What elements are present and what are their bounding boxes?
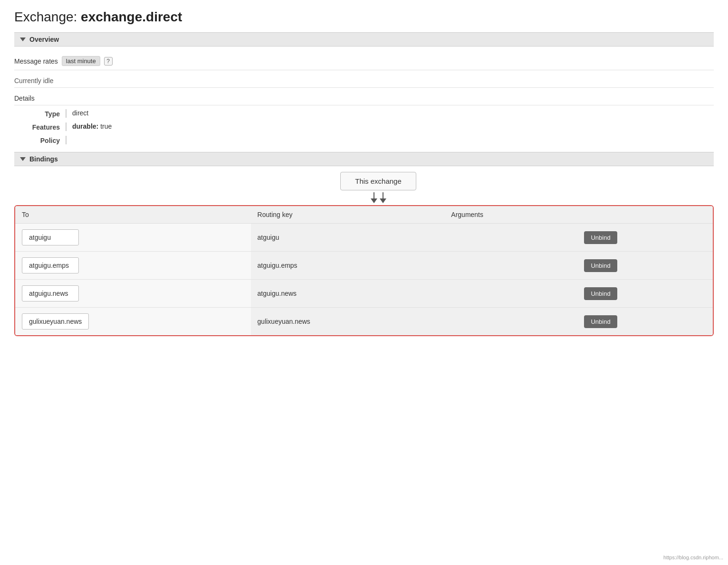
bindings-label: Bindings — [29, 155, 58, 163]
queue-box-2: atguigu.news — [22, 285, 79, 301]
queue-box-3: gulixueyuan.news — [22, 313, 89, 330]
overview-label: Overview — [29, 36, 59, 43]
features-row: Features durable: true — [24, 122, 714, 131]
cell-arguments-2 — [444, 280, 577, 308]
col-routing-key: Routing key — [251, 206, 445, 224]
message-rates-row: Message rates last minute ? — [14, 52, 714, 70]
message-rates-label: Message rates — [14, 57, 58, 65]
cell-to-2: atguigu.news — [15, 280, 251, 308]
table-row: atguigu.newsatguigu.newsUnbind — [15, 280, 713, 308]
cell-action-0: Unbind — [577, 224, 713, 252]
cell-routing-key-2: atguigu.news — [251, 280, 445, 308]
cell-routing-key-3: gulixueyuan.news — [251, 308, 445, 336]
type-row: Type direct — [24, 109, 714, 118]
bindings-table: To Routing key Arguments atguiguatguiguU… — [15, 206, 713, 335]
col-arguments: Arguments — [444, 206, 577, 224]
cell-routing-key-1: atguigu.emps — [251, 252, 445, 280]
type-value: direct — [67, 109, 88, 117]
col-to: To — [15, 206, 251, 224]
last-minute-badge[interactable]: last minute — [62, 56, 100, 66]
unbind-button-0[interactable]: Unbind — [584, 231, 617, 244]
status-idle: Currently idle — [14, 74, 714, 88]
help-icon[interactable]: ? — [104, 57, 113, 66]
table-header-row: To Routing key Arguments — [15, 206, 713, 224]
cell-to-1: atguigu.emps — [15, 252, 251, 280]
page-title: Exchange: exchange.direct — [14, 9, 714, 25]
details-label: Details — [14, 92, 714, 105]
cell-arguments-3 — [444, 308, 577, 336]
features-value: durable: true — [67, 122, 112, 130]
exchange-box: This exchange — [340, 172, 416, 190]
durable-key: durable: — [72, 122, 98, 130]
cell-action-3: Unbind — [577, 308, 713, 336]
exchange-box-container: This exchange — [43, 172, 714, 190]
features-key: Features — [24, 122, 67, 131]
col-action — [577, 206, 713, 224]
bindings-section-header: Bindings — [14, 152, 714, 166]
cell-to-0: atguigu — [15, 224, 251, 252]
bindings-area: This exchange — [14, 172, 714, 336]
table-row: atguiguatguiguUnbind — [15, 224, 713, 252]
table-row: gulixueyuan.newsgulixueyuan.newsUnbind — [15, 308, 713, 336]
cell-routing-key-0: atguigu — [251, 224, 445, 252]
bindings-table-wrap: To Routing key Arguments atguiguatguiguU… — [14, 205, 714, 336]
unbind-button-2[interactable]: Unbind — [584, 287, 617, 300]
type-key: Type — [24, 109, 67, 118]
bindings-collapse-icon[interactable] — [20, 157, 26, 161]
queue-box-1: atguigu.emps — [22, 257, 79, 273]
policy-row: Policy — [24, 136, 714, 144]
cell-arguments-1 — [444, 252, 577, 280]
details-table: Type direct Features durable: true Polic… — [24, 109, 714, 144]
cell-arguments-0 — [444, 224, 577, 252]
unbind-button-3[interactable]: Unbind — [584, 315, 617, 328]
policy-key: Policy — [24, 136, 67, 144]
arrow-down-container — [43, 190, 714, 205]
overview-collapse-icon[interactable] — [20, 38, 26, 41]
double-arrow-icon — [371, 190, 386, 205]
cell-to-3: gulixueyuan.news — [15, 308, 251, 336]
durable-value: true — [100, 122, 112, 130]
table-row: atguigu.empsatguigu.empsUnbind — [15, 252, 713, 280]
queue-box-0: atguigu — [22, 229, 79, 245]
cell-action-1: Unbind — [577, 252, 713, 280]
cell-action-2: Unbind — [577, 280, 713, 308]
overview-section-header: Overview — [14, 32, 714, 47]
unbind-button-1[interactable]: Unbind — [584, 259, 617, 272]
